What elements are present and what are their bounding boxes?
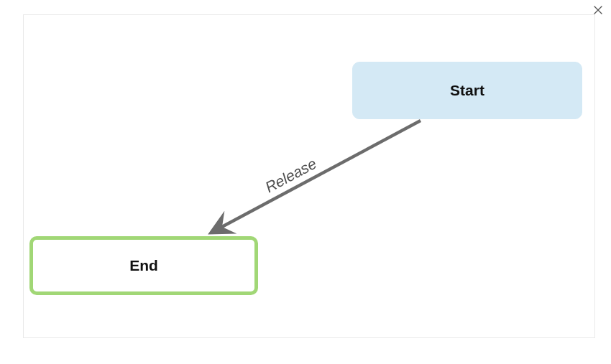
node-end[interactable]: End: [29, 236, 258, 295]
node-end-label: End: [129, 257, 158, 274]
node-start[interactable]: Start: [352, 62, 582, 119]
node-start-label: Start: [450, 82, 484, 99]
